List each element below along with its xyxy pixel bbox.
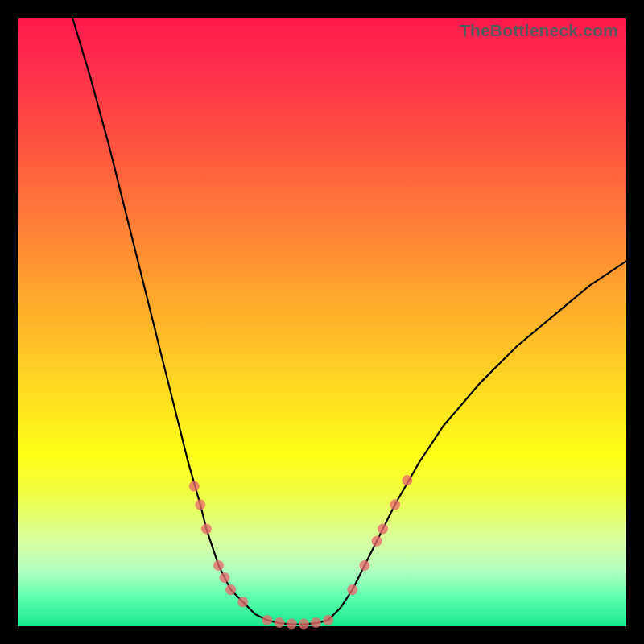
- marker-dot: [237, 597, 248, 607]
- marker-dot: [275, 617, 285, 628]
- marker-dot: [287, 619, 297, 630]
- bottleneck-curve: [72, 18, 626, 625]
- marker-dot: [195, 499, 205, 510]
- marker-dot: [378, 524, 388, 535]
- marker-dot: [225, 584, 236, 595]
- marker-dot: [311, 617, 321, 628]
- marker-dot: [372, 536, 382, 547]
- plot-area: TheBottleneck.com: [18, 18, 626, 626]
- curve-layer: [18, 18, 626, 626]
- marker-dot: [220, 572, 230, 583]
- marker-dot: [347, 584, 357, 595]
- marker-dot: [189, 481, 200, 492]
- marker-dot: [323, 615, 333, 625]
- marker-dot: [262, 615, 273, 625]
- marker-dot: [390, 499, 400, 510]
- chart-frame: TheBottleneck.com: [0, 0, 644, 644]
- marker-dot: [359, 560, 369, 571]
- marker-dot: [213, 560, 224, 571]
- marker-dot: [402, 475, 412, 485]
- marker-dots: [189, 475, 413, 629]
- marker-dot: [299, 619, 309, 630]
- marker-dot: [201, 524, 212, 535]
